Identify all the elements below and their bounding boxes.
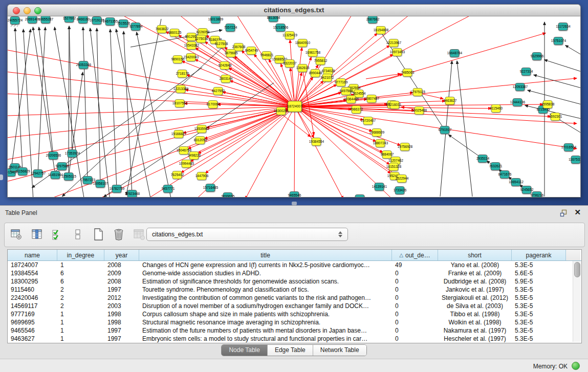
graph-node[interactable]: 9216031 xyxy=(390,101,400,109)
graph-node[interactable]: 20206536 xyxy=(49,151,58,160)
graph-node[interactable]: 15688520 xyxy=(275,55,285,63)
table-row[interactable]: 2242004622012Investigating the contribut… xyxy=(8,294,581,302)
table-row[interactable]: 946362711997Embryonic stem cells: a mode… xyxy=(8,335,581,343)
table-row[interactable]: 969969511998Structural magnetic resonanc… xyxy=(8,318,581,326)
graph-node[interactable]: 3875685 xyxy=(226,49,236,57)
graph-node[interactable]: 12942757 xyxy=(33,169,43,178)
graph-node[interactable]: 9890156 xyxy=(173,55,183,63)
graph-node[interactable]: 7955812 xyxy=(316,57,325,65)
graph-node[interactable]: 3498226 xyxy=(189,151,199,160)
graph-node[interactable]: 11451944 xyxy=(51,171,60,179)
table-row[interactable]: 1938455462009Genome-wide association stu… xyxy=(8,269,581,277)
graph-node[interactable]: 16013809 xyxy=(211,16,221,24)
new-table-icon[interactable] xyxy=(92,227,105,242)
graph-node[interactable]: 9277894 xyxy=(131,23,141,31)
graph-node[interactable]: 8454749 xyxy=(247,47,256,55)
graph-node[interactable]: 9777169 xyxy=(336,78,346,86)
graph-node[interactable]: 10807487 xyxy=(367,95,377,103)
graph-node[interactable]: 1692301 xyxy=(551,113,560,121)
table-row[interactable]: 1872400712008Changes of HCN gene express… xyxy=(8,261,581,269)
graph-node[interactable]: 9946821 xyxy=(262,51,272,59)
graph-node[interactable]: 1595838 xyxy=(543,100,553,108)
table-row[interactable]: 911546021997Tourette syndrome. Phenomeno… xyxy=(8,286,581,294)
graph-node[interactable]: 9457771 xyxy=(163,185,173,193)
graph-node[interactable]: 9127508 xyxy=(216,40,226,48)
graph-node[interactable]: 10025488 xyxy=(415,106,424,115)
graph-node[interactable]: 10719135 xyxy=(92,16,102,25)
table-scrollbar[interactable] xyxy=(573,261,581,342)
graph-node[interactable]: 16648784 xyxy=(450,49,460,57)
tab-edge-table[interactable]: Edge Table xyxy=(268,345,313,356)
graph-node[interactable]: 12093387 xyxy=(515,83,525,91)
graph-node[interactable]: 18300295 xyxy=(276,107,286,115)
column-header-short[interactable]: short xyxy=(438,250,512,260)
show-column-icon[interactable] xyxy=(30,227,43,242)
graph-node[interactable]: 5912954 xyxy=(187,33,197,41)
graph-node[interactable]: 10543382 xyxy=(187,41,197,50)
table-selector-dropdown[interactable]: citations_edges.txt xyxy=(146,228,348,241)
graph-node[interactable]: 16151328 xyxy=(389,163,399,171)
graph-node[interactable]: 16958107 xyxy=(96,180,105,188)
graph-node[interactable]: 9242848 xyxy=(220,61,230,70)
graph-node[interactable]: 14139141 xyxy=(375,183,384,191)
graph-node[interactable]: 12213389 xyxy=(176,85,186,93)
table-row[interactable]: 946554611997Estimation of the future num… xyxy=(8,326,581,335)
graph-node[interactable]: 11156829 xyxy=(18,167,28,176)
graph-node[interactable]: 9465546 xyxy=(290,191,299,198)
graph-canvas[interactable]: 2405572420691406106552871527602846616010… xyxy=(7,16,581,198)
graph-node[interactable]: 7625402 xyxy=(172,171,182,179)
graph-node[interactable]: 1275036 xyxy=(197,35,206,43)
graph-node[interactable]: 8322037 xyxy=(285,59,295,68)
delete-column-icon[interactable] xyxy=(133,227,146,242)
graph-node[interactable]: 11172634 xyxy=(558,23,568,31)
graph-node[interactable]: 9115460 xyxy=(491,104,501,113)
graph-node[interactable]: 6791917 xyxy=(440,126,450,134)
deselect-all-icon[interactable] xyxy=(71,227,84,242)
graph-node[interactable]: 18640910 xyxy=(298,39,308,47)
graph-node[interactable]: 12505115 xyxy=(64,172,74,181)
graph-node[interactable]: 1527602 xyxy=(64,16,74,23)
column-header-pagerank[interactable]: pagerank xyxy=(512,250,566,260)
graph-node[interactable]: 9860125 xyxy=(170,29,180,37)
graph-node[interactable]: 7515526 xyxy=(119,19,128,28)
graph-node[interactable]: 10655287 xyxy=(41,16,51,24)
graph-node[interactable]: 1733426 xyxy=(395,186,405,194)
graph-node[interactable]: 17975115 xyxy=(413,88,423,96)
delete-table-icon[interactable] xyxy=(112,227,125,242)
graph-node[interactable]: 10688609 xyxy=(372,128,382,137)
graph-node[interactable]: 26053346 xyxy=(79,61,89,69)
graph-node[interactable]: 2718176 xyxy=(178,70,187,78)
graph-node[interactable]: 7357224 xyxy=(226,24,235,32)
graph-node[interactable]: 10994485 xyxy=(182,160,191,168)
splitter-handle[interactable] xyxy=(292,202,297,205)
graph-node[interactable]: 7663822 xyxy=(157,25,167,33)
graph-node[interactable]: 17957223 xyxy=(83,176,93,184)
import-table-icon[interactable] xyxy=(10,227,23,242)
graph-node[interactable]: 14569117 xyxy=(355,194,365,198)
graph-node[interactable]: 2803144 xyxy=(221,75,231,83)
tab-node-table[interactable]: Node Table xyxy=(222,345,268,356)
graph-node[interactable]: 1447906 xyxy=(197,172,207,180)
graph-node[interactable]: 17016504 xyxy=(564,143,574,151)
close-panel-icon[interactable]: ✕ xyxy=(574,208,581,217)
column-header-title[interactable]: title xyxy=(139,250,392,260)
graph-node[interactable]: 15716485 xyxy=(206,184,215,192)
graph-node[interactable]: 2935114 xyxy=(478,155,488,163)
graph-node[interactable]: 9245652 xyxy=(522,186,532,194)
graph-node[interactable]: 8813054 xyxy=(269,16,278,22)
graph-node[interactable]: 9329966 xyxy=(532,52,542,60)
graph-node[interactable]: 20364486 xyxy=(346,95,356,103)
graph-node[interactable]: 10654112 xyxy=(511,178,521,186)
graph-node[interactable]: 9463627 xyxy=(445,97,455,105)
graph-node[interactable]: 6497568 xyxy=(341,87,351,95)
graph-node[interactable]: 8170064 xyxy=(208,100,218,108)
graph-node[interactable]: 23420043 xyxy=(186,53,196,61)
tab-network-table[interactable]: Network Table xyxy=(313,345,366,356)
graph-node[interactable]: 12923448 xyxy=(127,190,137,198)
graph-node[interactable]: 2522944 xyxy=(397,174,407,183)
select-all-icon[interactable] xyxy=(51,227,64,242)
graph-node[interactable]: 13535942 xyxy=(197,125,207,133)
graph-node[interactable]: 8990448 xyxy=(311,69,320,77)
graph-node[interactable]: 19756928 xyxy=(400,143,410,151)
graph-node[interactable]: 1362615 xyxy=(298,64,308,72)
